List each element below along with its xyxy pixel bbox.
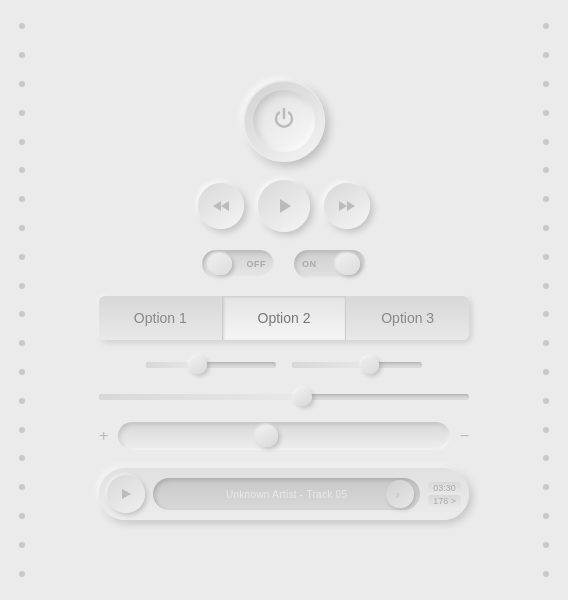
slider-thumb-long[interactable] (294, 388, 312, 406)
player-info: 03:30 176 > (428, 482, 461, 507)
option-2-button[interactable]: Option 2 (223, 296, 347, 340)
dot (19, 571, 25, 577)
dot (19, 283, 25, 289)
volume-plus-icon: + (99, 427, 108, 445)
dot (19, 311, 25, 317)
power-button-inner (253, 90, 315, 152)
dot (543, 196, 549, 202)
dot (19, 196, 25, 202)
slider-fill-2 (292, 362, 370, 368)
player-track-name: Unknown Artist - Track 05 (226, 489, 347, 500)
slider-short-2 (292, 358, 422, 372)
slider-wrapper-2 (292, 358, 422, 372)
dot (19, 52, 25, 58)
dot (543, 542, 549, 548)
dot (19, 167, 25, 173)
power-icon (271, 106, 297, 136)
dot (543, 283, 549, 289)
dot (19, 139, 25, 145)
dot (543, 455, 549, 461)
slider-track-long (99, 394, 469, 400)
dot (19, 340, 25, 346)
toggle-off-label: OFF (247, 259, 267, 269)
dots-left (8, 0, 36, 600)
rewind-button[interactable] (198, 183, 244, 229)
dot (19, 254, 25, 260)
player-track-area[interactable]: Unknown Artist - Track 05 ♪ (153, 478, 420, 510)
dot (543, 225, 549, 231)
content-area: OFF ON Option 1 Option 2 Option 3 (84, 80, 484, 520)
svg-marker-4 (347, 201, 355, 211)
toggle-off[interactable]: OFF (202, 250, 274, 278)
dot (19, 455, 25, 461)
dot (543, 427, 549, 433)
dot (543, 23, 549, 29)
play-button[interactable] (258, 180, 310, 232)
dot (543, 484, 549, 490)
toggle-on[interactable]: ON (294, 250, 366, 278)
music-player: Unknown Artist - Track 05 ♪ 03:30 176 > (99, 468, 469, 520)
dot (19, 427, 25, 433)
dot (543, 369, 549, 375)
dot (543, 167, 549, 173)
volume-row: + − (99, 422, 469, 450)
slider-track-2 (292, 362, 422, 368)
dot (543, 254, 549, 260)
volume-track[interactable] (118, 422, 449, 450)
toggle-group: OFF ON (202, 250, 366, 278)
main-container: OFF ON Option 1 Option 2 Option 3 (0, 0, 568, 600)
option-1-button[interactable]: Option 1 (99, 296, 223, 340)
dot (543, 571, 549, 577)
dot (19, 110, 25, 116)
power-button[interactable] (243, 80, 325, 162)
svg-marker-3 (339, 201, 347, 211)
short-sliders-row (99, 358, 469, 372)
player-note-button[interactable]: ♪ (386, 480, 414, 508)
slider-wrapper-long (99, 390, 469, 404)
svg-marker-1 (221, 201, 229, 211)
dot (19, 225, 25, 231)
dot (19, 484, 25, 490)
player-num: 176 > (428, 495, 461, 507)
volume-minus-icon: − (460, 427, 469, 445)
dot (19, 513, 25, 519)
toggle-on-label: ON (302, 259, 317, 269)
toggle-knob-on (336, 253, 360, 275)
slider-thumb-1[interactable] (189, 356, 207, 374)
dot (543, 513, 549, 519)
dot (19, 369, 25, 375)
svg-marker-0 (213, 201, 221, 211)
options-bar: Option 1 Option 2 Option 3 (99, 296, 469, 340)
slider-short-1 (146, 358, 276, 372)
player-play-button[interactable] (107, 475, 145, 513)
slider-thumb-2[interactable] (361, 356, 379, 374)
dot (543, 52, 549, 58)
fast-forward-button[interactable] (324, 183, 370, 229)
slider-track-1 (146, 362, 276, 368)
dot (543, 340, 549, 346)
volume-thumb[interactable] (256, 425, 278, 447)
slider-wrapper-1 (146, 358, 276, 372)
dot (19, 23, 25, 29)
player-time: 03:30 (428, 482, 461, 494)
dot (543, 311, 549, 317)
dots-right (532, 0, 560, 600)
option-3-button[interactable]: Option 3 (346, 296, 469, 340)
slider-fill-long (99, 394, 303, 400)
dot (19, 398, 25, 404)
svg-marker-5 (122, 489, 131, 499)
svg-text:♪: ♪ (395, 489, 400, 500)
dot (543, 139, 549, 145)
toggle-knob-off (208, 253, 232, 275)
dot (19, 81, 25, 87)
slider-long (99, 390, 469, 404)
dot (19, 542, 25, 548)
dot (543, 110, 549, 116)
media-controls (198, 180, 370, 232)
dot (543, 398, 549, 404)
svg-marker-2 (280, 199, 291, 213)
dot (543, 81, 549, 87)
